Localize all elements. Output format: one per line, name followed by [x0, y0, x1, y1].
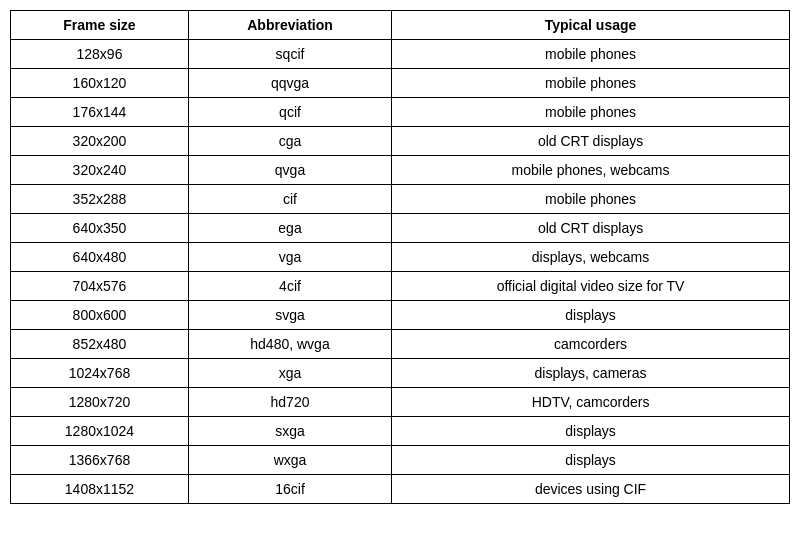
table-row: 320x200cgaold CRT displays [11, 127, 790, 156]
table-row: 128x96sqcifmobile phones [11, 40, 790, 69]
table-row: 1408x115216cifdevices using CIF [11, 475, 790, 504]
table-cell-10-1: hd480, wvga [188, 330, 391, 359]
table-cell-5-1: cif [188, 185, 391, 214]
table-row: 1280x1024sxgadisplays [11, 417, 790, 446]
table-row: 176x144qcifmobile phones [11, 98, 790, 127]
table-cell-14-2: displays [392, 446, 790, 475]
table-cell-6-0: 640x350 [11, 214, 189, 243]
table-cell-12-1: hd720 [188, 388, 391, 417]
table-cell-11-1: xga [188, 359, 391, 388]
table-cell-2-0: 176x144 [11, 98, 189, 127]
header-frame-size: Frame size [11, 11, 189, 40]
table-cell-8-0: 704x576 [11, 272, 189, 301]
table-row: 640x480vgadisplays, webcams [11, 243, 790, 272]
table-cell-10-2: camcorders [392, 330, 790, 359]
table-cell-0-0: 128x96 [11, 40, 189, 69]
table-cell-5-2: mobile phones [392, 185, 790, 214]
table-cell-5-0: 352x288 [11, 185, 189, 214]
table-row: 160x120qqvgamobile phones [11, 69, 790, 98]
table-cell-4-2: mobile phones, webcams [392, 156, 790, 185]
table-cell-2-2: mobile phones [392, 98, 790, 127]
table-cell-3-0: 320x200 [11, 127, 189, 156]
table-row: 640x350egaold CRT displays [11, 214, 790, 243]
table-cell-4-0: 320x240 [11, 156, 189, 185]
table-header-row: Frame size Abbreviation Typical usage [11, 11, 790, 40]
table-cell-7-1: vga [188, 243, 391, 272]
table-cell-12-0: 1280x720 [11, 388, 189, 417]
table-cell-9-0: 800x600 [11, 301, 189, 330]
table-cell-6-1: ega [188, 214, 391, 243]
table-row: 852x480hd480, wvgacamcorders [11, 330, 790, 359]
table-row: 1280x720hd720HDTV, camcorders [11, 388, 790, 417]
table-cell-11-2: displays, cameras [392, 359, 790, 388]
table-cell-8-1: 4cif [188, 272, 391, 301]
table-cell-2-1: qcif [188, 98, 391, 127]
table-cell-1-2: mobile phones [392, 69, 790, 98]
table-cell-4-1: qvga [188, 156, 391, 185]
table-row: 1024x768xgadisplays, cameras [11, 359, 790, 388]
table-cell-14-1: wxga [188, 446, 391, 475]
table-cell-11-0: 1024x768 [11, 359, 189, 388]
table-cell-6-2: old CRT displays [392, 214, 790, 243]
table-cell-12-2: HDTV, camcorders [392, 388, 790, 417]
table-cell-15-2: devices using CIF [392, 475, 790, 504]
table-cell-0-1: sqcif [188, 40, 391, 69]
table-cell-8-2: official digital video size for TV [392, 272, 790, 301]
table-row: 1366x768wxgadisplays [11, 446, 790, 475]
table-row: 320x240qvgamobile phones, webcams [11, 156, 790, 185]
table-cell-13-2: displays [392, 417, 790, 446]
table-row: 800x600svgadisplays [11, 301, 790, 330]
table-row: 352x288cifmobile phones [11, 185, 790, 214]
table-cell-9-1: svga [188, 301, 391, 330]
table-cell-3-1: cga [188, 127, 391, 156]
table-cell-9-2: displays [392, 301, 790, 330]
header-typical-usage: Typical usage [392, 11, 790, 40]
table-cell-3-2: old CRT displays [392, 127, 790, 156]
table-cell-15-1: 16cif [188, 475, 391, 504]
table-cell-7-2: displays, webcams [392, 243, 790, 272]
table-row: 704x5764cifofficial digital video size f… [11, 272, 790, 301]
table-cell-13-0: 1280x1024 [11, 417, 189, 446]
header-abbreviation: Abbreviation [188, 11, 391, 40]
table-cell-1-1: qqvga [188, 69, 391, 98]
table-cell-15-0: 1408x1152 [11, 475, 189, 504]
table-cell-7-0: 640x480 [11, 243, 189, 272]
table-cell-13-1: sxga [188, 417, 391, 446]
table-cell-0-2: mobile phones [392, 40, 790, 69]
table-cell-10-0: 852x480 [11, 330, 189, 359]
table-cell-1-0: 160x120 [11, 69, 189, 98]
table-cell-14-0: 1366x768 [11, 446, 189, 475]
frame-size-table: Frame size Abbreviation Typical usage 12… [10, 10, 790, 504]
